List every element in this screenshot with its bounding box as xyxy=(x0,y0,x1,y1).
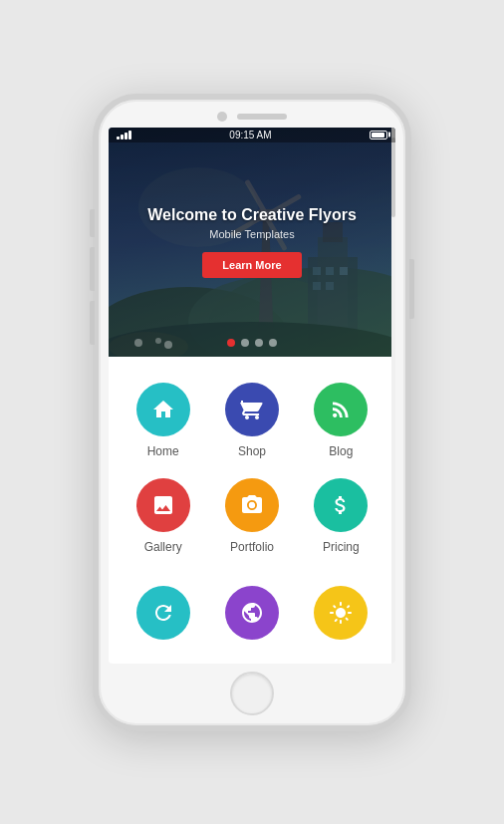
volume-down-button xyxy=(90,301,95,345)
menu-item-partial-2[interactable] xyxy=(207,580,296,654)
menu-item-partial-3[interactable] xyxy=(297,580,385,654)
learn-more-button[interactable]: Learn More xyxy=(202,252,301,278)
pricing-icon xyxy=(329,493,353,517)
portfolio-icon-circle xyxy=(225,478,279,532)
hero-content: Welcome to Creative Flyors Mobile Templa… xyxy=(127,206,377,278)
hero-section: Welcome to Creative Flyors Mobile Templa… xyxy=(109,128,395,357)
portfolio-icon xyxy=(240,493,264,517)
svg-point-22 xyxy=(155,338,161,344)
phone-screen: 09:15 AM xyxy=(109,128,395,664)
power-button xyxy=(409,259,414,319)
home-label: Home xyxy=(147,444,179,458)
pricing-label: Pricing xyxy=(323,540,360,554)
settings-icon xyxy=(151,601,175,625)
signal-bar-2 xyxy=(121,135,124,139)
status-time: 09:15 AM xyxy=(229,130,271,140)
blog-label: Blog xyxy=(329,444,353,458)
dot-1[interactable] xyxy=(227,339,235,347)
menu-grid: Home Shop Blog xyxy=(109,357,395,574)
sun-icon xyxy=(329,601,353,625)
signal-bar-1 xyxy=(117,137,120,139)
partial-icon-3 xyxy=(314,586,368,640)
gallery-icon xyxy=(151,493,175,517)
hero-dots xyxy=(227,339,277,347)
scrollbar[interactable] xyxy=(391,128,395,664)
phone-top-bar xyxy=(99,100,405,128)
volume-up-button xyxy=(90,247,95,291)
home-button[interactable] xyxy=(230,672,274,715)
hero-title: Welcome to Creative Flyors xyxy=(147,206,357,224)
partial-icon-2 xyxy=(225,586,279,640)
phone-frame: 09:15 AM xyxy=(93,94,411,731)
menu-item-blog[interactable]: Blog xyxy=(297,373,385,468)
pricing-icon-circle xyxy=(314,478,368,532)
home-icon xyxy=(151,398,175,421)
portfolio-label: Portfolio xyxy=(230,540,274,554)
shop-icon-circle xyxy=(225,383,279,436)
signal-bar-3 xyxy=(125,133,127,139)
menu-item-partial-1[interactable] xyxy=(119,580,207,654)
hero-subtitle: Mobile Templates xyxy=(147,228,357,240)
signal-indicator xyxy=(117,131,131,139)
dot-3[interactable] xyxy=(255,339,263,347)
battery-icon xyxy=(370,131,387,139)
globe-icon xyxy=(240,601,264,625)
shop-icon xyxy=(240,398,264,421)
home-icon-circle xyxy=(136,383,190,436)
menu-item-portfolio[interactable]: Portfolio xyxy=(207,468,296,564)
dot-4[interactable] xyxy=(269,339,277,347)
scrollbar-thumb[interactable] xyxy=(391,137,395,217)
menu-item-pricing[interactable]: Pricing xyxy=(297,468,385,564)
signal-bar-4 xyxy=(128,131,131,139)
blog-icon xyxy=(329,398,353,421)
svg-point-21 xyxy=(134,339,142,347)
blog-icon-circle xyxy=(314,383,368,436)
gallery-label: Gallery xyxy=(144,540,182,554)
front-camera xyxy=(217,112,227,122)
speaker-grill xyxy=(237,114,287,120)
partial-icon-1 xyxy=(136,586,190,640)
svg-rect-17 xyxy=(313,282,321,290)
gallery-icon-circle xyxy=(136,478,190,532)
shop-label: Shop xyxy=(238,444,266,458)
dot-2[interactable] xyxy=(241,339,249,347)
menu-item-home[interactable]: Home xyxy=(119,373,207,468)
menu-item-gallery[interactable]: Gallery xyxy=(119,468,207,564)
svg-rect-18 xyxy=(326,282,334,290)
menu-item-shop[interactable]: Shop xyxy=(207,373,296,468)
volume-mute-button xyxy=(90,209,95,237)
status-bar: 09:15 AM xyxy=(109,128,395,142)
svg-point-25 xyxy=(249,501,255,507)
battery-fill xyxy=(372,133,384,137)
menu-grid-partial xyxy=(109,574,395,654)
battery-indicator xyxy=(370,131,387,139)
svg-point-23 xyxy=(164,341,172,349)
